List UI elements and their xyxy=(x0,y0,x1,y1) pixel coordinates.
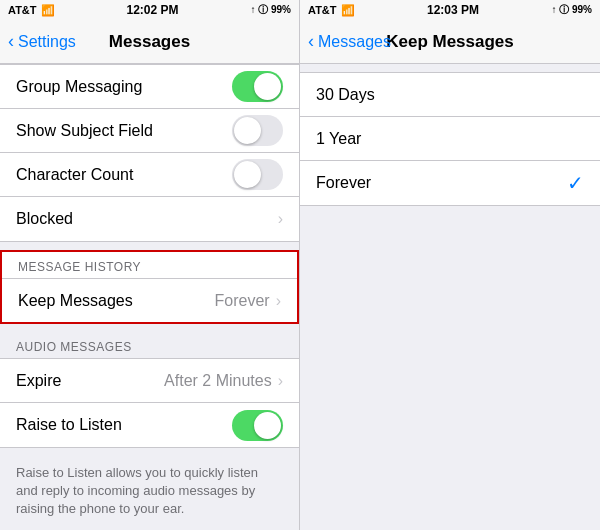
label-show-subject: Show Subject Field xyxy=(16,122,153,140)
nav-title-right: Keep Messages xyxy=(386,32,514,52)
value-expire: After 2 Minutes xyxy=(164,372,272,390)
status-left-right: AT&T 📶 xyxy=(308,4,355,17)
options-list: 30 Days 1 Year Forever ✓ xyxy=(300,72,600,206)
back-arrow-left: ‹ xyxy=(8,31,14,52)
section-audio-messages: AUDIO MESSAGES Expire After 2 Minutes › … xyxy=(0,332,299,448)
label-1-year: 1 Year xyxy=(316,130,361,148)
toggle-knob-raise-to-listen xyxy=(254,412,281,439)
nav-title-left: Messages xyxy=(109,32,190,52)
expire-right: After 2 Minutes › xyxy=(164,372,283,390)
label-expire: Expire xyxy=(16,372,61,390)
label-raise-to-listen: Raise to Listen xyxy=(16,416,122,434)
section-audio-rows: Expire After 2 Minutes › Raise to Listen xyxy=(0,358,299,448)
row-blocked[interactable]: Blocked › xyxy=(0,197,299,241)
back-label-left: Settings xyxy=(18,33,76,51)
row-expire[interactable]: Expire After 2 Minutes › xyxy=(0,359,299,403)
back-button-left[interactable]: ‹ Settings xyxy=(8,31,76,52)
time-left: 12:02 PM xyxy=(126,3,178,17)
section-header-audio: AUDIO MESSAGES xyxy=(0,332,299,358)
back-arrow-right: ‹ xyxy=(308,31,314,52)
toggle-show-subject[interactable] xyxy=(232,115,283,146)
row-keep-messages[interactable]: Keep Messages Forever › xyxy=(2,278,297,322)
row-raise-to-listen[interactable]: Raise to Listen xyxy=(0,403,299,447)
label-group-messaging: Group Messaging xyxy=(16,78,142,96)
label-keep-messages: Keep Messages xyxy=(18,292,133,310)
option-30-days[interactable]: 30 Days xyxy=(300,73,600,117)
back-button-right[interactable]: ‹ Messages xyxy=(308,31,391,52)
wifi-icon-right: 📶 xyxy=(341,4,355,17)
section-message-history: MESSAGE HISTORY Keep Messages Forever › xyxy=(0,250,299,324)
battery-left: ↑ ⓘ 99% xyxy=(250,3,291,17)
toggle-character-count[interactable] xyxy=(232,159,283,190)
toggle-knob-group-messaging xyxy=(254,73,281,100)
row-show-subject[interactable]: Show Subject Field xyxy=(0,109,299,153)
toggle-group-messaging[interactable] xyxy=(232,71,283,102)
carrier-right: AT&T xyxy=(308,4,337,16)
back-label-right: Messages xyxy=(318,33,391,51)
option-1-year[interactable]: 1 Year xyxy=(300,117,600,161)
settings-list: Group Messaging Show Subject Field Chara… xyxy=(0,64,299,530)
toggle-raise-to-listen[interactable] xyxy=(232,410,283,441)
keep-messages-right: Forever › xyxy=(215,292,281,310)
carrier-left: AT&T xyxy=(8,4,37,16)
chevron-expire: › xyxy=(278,372,283,390)
check-forever: ✓ xyxy=(567,171,584,195)
value-keep-messages: Forever xyxy=(215,292,270,310)
status-right-left: ↑ ⓘ 99% xyxy=(250,3,291,17)
time-right: 12:03 PM xyxy=(427,3,479,17)
toggle-knob-show-subject xyxy=(234,117,261,144)
nav-bar-right: ‹ Messages Keep Messages xyxy=(300,20,600,64)
option-forever[interactable]: Forever ✓ xyxy=(300,161,600,205)
chevron-blocked: › xyxy=(278,210,283,228)
label-character-count: Character Count xyxy=(16,166,133,184)
status-bar-right: AT&T 📶 12:03 PM ↑ ⓘ 99% xyxy=(300,0,600,20)
status-bar-left: AT&T 📶 12:02 PM ↑ ⓘ 99% xyxy=(0,0,299,20)
label-forever: Forever xyxy=(316,174,371,192)
toggle-knob-character-count xyxy=(234,161,261,188)
status-right-right: ↑ ⓘ 99% xyxy=(551,3,592,17)
nav-bar-left: ‹ Settings Messages xyxy=(0,20,299,64)
wifi-icon-left: 📶 xyxy=(41,4,55,17)
left-panel: AT&T 📶 12:02 PM ↑ ⓘ 99% ‹ Settings Messa… xyxy=(0,0,300,530)
chevron-keep-messages: › xyxy=(276,292,281,310)
section-header-message-history: MESSAGE HISTORY xyxy=(2,252,297,278)
section-main: Group Messaging Show Subject Field Chara… xyxy=(0,64,299,242)
footer-text: Raise to Listen allows you to quickly li… xyxy=(0,456,299,527)
battery-right: ↑ ⓘ 99% xyxy=(551,3,592,17)
label-30-days: 30 Days xyxy=(316,86,375,104)
right-panel: AT&T 📶 12:03 PM ↑ ⓘ 99% ‹ Messages Keep … xyxy=(300,0,600,530)
status-left: AT&T 📶 xyxy=(8,4,55,17)
row-group-messaging[interactable]: Group Messaging xyxy=(0,65,299,109)
label-blocked: Blocked xyxy=(16,210,73,228)
row-character-count[interactable]: Character Count xyxy=(0,153,299,197)
